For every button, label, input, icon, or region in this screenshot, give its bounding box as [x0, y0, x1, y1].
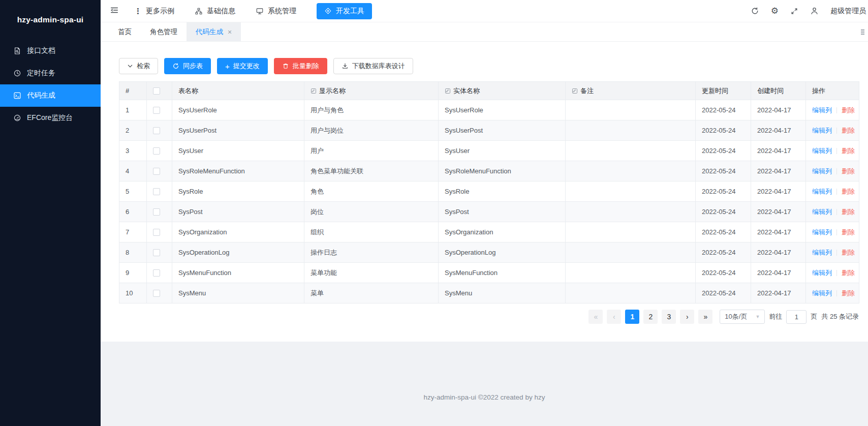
- topbar-menu-1[interactable]: 基础信息: [195, 7, 235, 16]
- delete-link[interactable]: 删除: [842, 167, 855, 175]
- cell-checkbox: [147, 100, 172, 120]
- delete-link[interactable]: 删除: [842, 249, 855, 256]
- row-checkbox[interactable]: [153, 290, 160, 297]
- sidebar-item-2[interactable]: 代码生成: [0, 84, 101, 107]
- goto-suffix: 页: [811, 312, 817, 321]
- more-dots-icon: ⋮: [134, 7, 142, 16]
- topbar-menu-0[interactable]: ⋮更多示例: [134, 7, 174, 16]
- delete-link[interactable]: 删除: [842, 188, 855, 195]
- close-icon[interactable]: ×: [228, 28, 232, 36]
- cell-index: 2: [119, 120, 147, 141]
- cell-created: 2022-04-17: [751, 100, 806, 120]
- sync-tables-button[interactable]: 同步表: [164, 58, 211, 74]
- cell-actions: 编辑列删除: [806, 141, 859, 161]
- batch-delete-button[interactable]: 批量删除: [274, 58, 327, 74]
- delete-link[interactable]: 删除: [842, 106, 855, 114]
- cell-table-name: SysOrganization: [172, 222, 304, 242]
- tab-2[interactable]: 代码生成×: [187, 22, 241, 41]
- edit-column-icon: [445, 88, 451, 94]
- cell-checkbox: [147, 161, 172, 181]
- last-page-button[interactable]: »: [698, 310, 712, 324]
- gear-icon[interactable]: ⚙: [771, 7, 779, 15]
- row-checkbox[interactable]: [153, 107, 160, 114]
- delete-link[interactable]: 删除: [842, 147, 855, 155]
- sidebar-item-3[interactable]: EFCore监控台: [0, 107, 101, 129]
- row-checkbox[interactable]: [153, 168, 160, 175]
- topbar-menu-3[interactable]: 开发工具: [317, 3, 372, 19]
- search-toggle-label: 检索: [137, 62, 150, 71]
- tab-1[interactable]: 角色管理: [141, 22, 187, 41]
- dashboard-icon: [13, 114, 21, 122]
- sidebar-item-0[interactable]: 接口文档: [0, 40, 101, 62]
- sidebar-collapse-button[interactable]: [110, 6, 119, 17]
- app-root: hzy-admin-spa-ui 接口文档定时任务代码生成EFCore监控台 ⋮…: [0, 0, 868, 426]
- row-checkbox[interactable]: [153, 208, 160, 216]
- topbar-menu-2[interactable]: 系统管理: [256, 7, 296, 16]
- tabbar-more-icon[interactable]: [861, 29, 864, 35]
- cell-remark: [566, 283, 696, 303]
- sync-icon: [172, 63, 179, 70]
- edit-columns-link[interactable]: 编辑列: [812, 188, 832, 195]
- delete-link[interactable]: 删除: [842, 208, 855, 216]
- delete-link[interactable]: 删除: [842, 289, 855, 297]
- menu-fold-icon: [110, 6, 119, 17]
- edit-columns-link[interactable]: 编辑列: [812, 289, 832, 297]
- delete-link[interactable]: 删除: [842, 127, 855, 134]
- page-background: hzy-admin-spa-ui ©2022 created by hzy: [101, 342, 868, 426]
- row-checkbox[interactable]: [153, 269, 160, 277]
- caret-down-icon: ▼: [755, 314, 760, 319]
- sync-tables-label: 同步表: [183, 62, 203, 71]
- goto-page-input[interactable]: [786, 310, 807, 324]
- page-button-2[interactable]: 2: [643, 310, 658, 324]
- tab-0[interactable]: 首页: [109, 22, 141, 41]
- cell-display-name: 菜单: [304, 283, 439, 303]
- select-all-checkbox[interactable]: [153, 87, 160, 95]
- cell-entity-name: SysMenu: [439, 283, 566, 303]
- cell-created: 2022-04-17: [751, 161, 806, 181]
- user-icon[interactable]: [810, 7, 819, 15]
- row-checkbox[interactable]: [153, 188, 160, 195]
- edit-columns-link[interactable]: 编辑列: [812, 147, 832, 155]
- edit-columns-link[interactable]: 编辑列: [812, 249, 832, 256]
- pagination: « ‹ 123 › » 10条/页 ▼ 前往 页 共 25 条记录: [119, 310, 859, 324]
- row-checkbox[interactable]: [153, 147, 160, 155]
- cell-display-name: 菜单功能: [304, 263, 439, 283]
- sidebar-item-1[interactable]: 定时任务: [0, 62, 101, 84]
- page-button-1[interactable]: 1: [625, 310, 639, 324]
- cell-remark: [566, 263, 696, 283]
- edit-columns-link[interactable]: 编辑列: [812, 167, 832, 175]
- refresh-icon[interactable]: [751, 7, 759, 15]
- sidebar-item-label: 定时任务: [27, 69, 55, 78]
- next-page-button[interactable]: ›: [680, 310, 694, 324]
- row-checkbox[interactable]: [153, 229, 160, 236]
- fullscreen-icon[interactable]: [790, 7, 798, 15]
- submit-changes-button[interactable]: + 提交更改: [217, 58, 268, 74]
- cell-entity-name: SysRoleMenuFunction: [439, 161, 566, 181]
- page-size-select[interactable]: 10条/页 ▼: [720, 310, 765, 324]
- cell-display-name: 操作日志: [304, 242, 439, 263]
- cell-table-name: SysMenu: [172, 283, 304, 303]
- edit-columns-link[interactable]: 编辑列: [812, 228, 832, 236]
- edit-columns-link[interactable]: 编辑列: [812, 208, 832, 216]
- goto-label: 前往: [769, 312, 782, 321]
- cell-entity-name: SysOrganization: [439, 222, 566, 242]
- action-divider: [836, 168, 837, 174]
- cell-entity-name: SysMenuFunction: [439, 263, 566, 283]
- row-checkbox[interactable]: [153, 249, 160, 256]
- row-checkbox[interactable]: [153, 127, 160, 134]
- sidebar-item-label: 接口文档: [27, 46, 55, 55]
- table-header-row: # 表名称 显示名称 实体名称 备注 更新时间 创建时间 操作: [119, 82, 859, 100]
- edit-columns-link[interactable]: 编辑列: [812, 106, 832, 114]
- delete-link[interactable]: 删除: [842, 269, 855, 277]
- delete-link[interactable]: 删除: [842, 228, 855, 236]
- cell-created: 2022-04-17: [751, 283, 806, 303]
- page-button-3[interactable]: 3: [662, 310, 676, 324]
- search-toggle-button[interactable]: 检索: [119, 58, 158, 74]
- edit-columns-link[interactable]: 编辑列: [812, 127, 832, 134]
- cell-table-name: SysMenuFunction: [172, 263, 304, 283]
- download-design-button[interactable]: 下载数据库表设计: [333, 58, 413, 74]
- first-page-button[interactable]: «: [588, 310, 603, 324]
- current-user-name[interactable]: 超级管理员: [830, 7, 866, 16]
- edit-columns-link[interactable]: 编辑列: [812, 269, 832, 277]
- prev-page-button[interactable]: ‹: [607, 310, 621, 324]
